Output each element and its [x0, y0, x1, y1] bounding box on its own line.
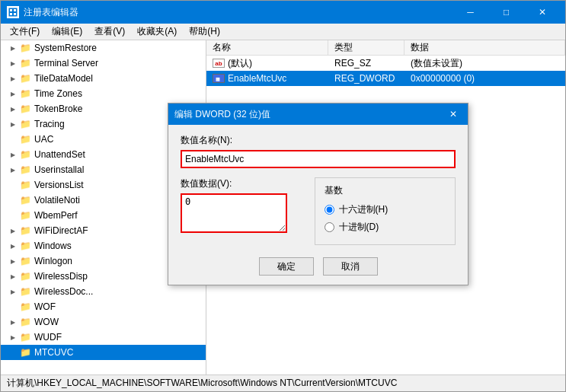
expand-arrow: ▶	[7, 118, 19, 130]
folder-icon: 📁	[19, 301, 31, 313]
folder-icon: 📁	[19, 42, 31, 54]
svg-rect-4	[14, 13, 16, 15]
value-name: EnableMtcUvc	[228, 73, 286, 84]
expand-arrow: ▶	[7, 316, 19, 328]
expand-arrow: ▶	[7, 148, 19, 161]
menu-help[interactable]: 帮助(H)	[183, 24, 226, 40]
expand-arrow: ▶	[7, 255, 19, 267]
tree-item-label: UAC	[34, 134, 53, 145]
cell-name-enablemtcuvc: ▦ EnableMtcUvc	[206, 71, 328, 86]
dialog-value-section: 数值数据(V): 0	[181, 177, 302, 233]
app-icon	[7, 6, 19, 18]
tree-item-label: WiFiDirectAF	[34, 225, 88, 236]
hex-radio-row: 十六进制(H)	[325, 203, 446, 216]
tree-item-label: UnattendSet	[34, 149, 85, 160]
tree-item-label: Tracing	[34, 119, 65, 129]
expand-arrow: ▶	[7, 270, 19, 282]
folder-icon: 📁	[19, 225, 31, 237]
status-bar: 计算机\HKEY_LOCAL_MACHINE\SOFTWARE\Microsof…	[1, 374, 565, 391]
tree-item-label: Winlogon	[34, 256, 72, 266]
title-bar: 注册表编辑器 ─ □ ✕	[1, 1, 565, 24]
close-button[interactable]: ✕	[525, 1, 559, 24]
dialog-close-button[interactable]: ✕	[445, 106, 462, 123]
tree-item-label: SystemRestore	[34, 43, 97, 53]
cell-name-default: ab (默认)	[206, 56, 328, 71]
dec-label: 十进制(D)	[339, 221, 379, 234]
expand-arrow: ▶	[7, 88, 19, 100]
menu-favorites[interactable]: 收藏夹(A)	[131, 24, 183, 40]
folder-icon: 📁	[19, 255, 31, 267]
tree-item-wirelessdoc[interactable]: ▶ 📁 WirelessDoc...	[1, 284, 206, 299]
folder-icon: 📁	[19, 285, 31, 298]
cancel-button[interactable]: 取消	[323, 257, 378, 276]
folder-icon: 📁	[19, 103, 31, 115]
content-row-enablemtcuvc[interactable]: ▦ EnableMtcUvc REG_DWORD 0x00000000 (0)	[206, 71, 565, 86]
tree-item-label: WUDF	[34, 332, 62, 343]
expand-arrow: ▶	[7, 225, 19, 237]
base-label: 基数	[325, 184, 446, 197]
dialog-title-bar: 编辑 DWORD (32 位)值 ✕	[168, 104, 468, 125]
reg-icon: ▦	[213, 74, 225, 83]
svg-rect-0	[8, 8, 18, 17]
dialog-title: 编辑 DWORD (32 位)值	[174, 108, 445, 121]
tree-item-label: Userinstallal	[34, 164, 84, 175]
tree-item-systemrestore[interactable]: ▶ 📁 SystemRestore	[1, 40, 206, 56]
dialog-base-section: 基数 十六进制(H) 十进制(D)	[315, 177, 456, 245]
expand-arrow: ▶	[7, 240, 19, 252]
tree-item-label: WirelessDisp	[34, 271, 88, 282]
dec-radio[interactable]	[325, 222, 334, 232]
folder-icon: 📁	[19, 331, 31, 343]
status-text: 计算机\HKEY_LOCAL_MACHINE\SOFTWARE\Microsof…	[7, 377, 397, 390]
menu-bar: 文件(F) 编辑(E) 查看(V) 收藏夹(A) 帮助(H)	[1, 24, 565, 40]
col-type-header: 类型	[328, 40, 405, 55]
tree-item-wudf[interactable]: ▶ 📁 WUDF	[1, 330, 206, 345]
folder-icon: 📁	[19, 240, 31, 252]
menu-edit[interactable]: 编辑(E)	[46, 24, 88, 40]
menu-view[interactable]: 查看(V)	[88, 24, 131, 40]
tree-item-label: WOF	[34, 301, 56, 312]
tree-item-label: Terminal Server	[34, 58, 98, 69]
data-input[interactable]: 0	[181, 193, 287, 233]
tree-item-label: VersionsList	[34, 180, 84, 190]
folder-icon: 📁	[19, 148, 31, 161]
tree-item-wow[interactable]: ▶ 📁 WOW	[1, 314, 206, 330]
folder-icon: 📁	[19, 270, 31, 282]
expand-arrow: ▶	[7, 331, 19, 343]
folder-icon: 📁	[19, 57, 31, 69]
folder-icon: 📁	[19, 316, 31, 328]
tree-item-label: Time Zones	[34, 88, 82, 99]
tree-item-label: WirelessDoc...	[34, 286, 93, 297]
dialog-data-row: 数值数据(V): 0 基数 十六进制(H) 十进制(D)	[181, 177, 456, 245]
menu-file[interactable]: 文件(F)	[4, 24, 46, 40]
value-name: (默认)	[228, 57, 252, 70]
window-controls: ─ □ ✕	[453, 1, 559, 24]
expand-arrow: ▶	[7, 42, 19, 54]
maximize-button[interactable]: □	[489, 1, 523, 24]
tree-item-wof[interactable]: ▶ 📁 WOF	[1, 299, 206, 314]
folder-icon: 📁	[19, 209, 31, 221]
svg-text:▦: ▦	[216, 77, 220, 81]
tree-item-label: VolatileNoti	[34, 195, 80, 206]
tree-item-terminalserver[interactable]: ▶ 📁 Terminal Server	[1, 56, 206, 71]
minimize-button[interactable]: ─	[453, 1, 488, 24]
dialog-buttons: 确定 取消	[181, 257, 456, 276]
col-data-header: 数据	[405, 40, 565, 55]
tree-item-tiledatamodel[interactable]: ▶ 📁 TileDataModel	[1, 71, 206, 86]
hex-radio[interactable]	[325, 205, 334, 215]
tree-item-timezones[interactable]: ▶ 📁 Time Zones	[1, 86, 206, 101]
content-row-default[interactable]: ab (默认) REG_SZ (数值未设置)	[206, 56, 565, 71]
expand-arrow: ▶	[7, 72, 19, 84]
dword-dialog: 编辑 DWORD (32 位)值 ✕ 数值名称(N): 数值数据(V): 0 基…	[168, 103, 468, 285]
col-name-header: 名称	[206, 40, 328, 55]
ok-button[interactable]: 确定	[259, 257, 314, 276]
content-header: 名称 类型 数据	[206, 40, 565, 56]
folder-icon: 📁	[19, 179, 31, 191]
window-title: 注册表编辑器	[24, 6, 453, 19]
folder-icon: 📁	[19, 133, 31, 145]
name-input[interactable]	[181, 150, 456, 168]
tree-item-mtcuvc[interactable]: ▶ 📁 MTCUVC	[1, 345, 206, 360]
tree-item-label: WOW	[34, 317, 59, 327]
expand-arrow: ▶	[7, 57, 19, 69]
tree-item-label: TileDataModel	[34, 73, 93, 84]
cell-data-enablemtcuvc: 0x00000000 (0)	[405, 71, 565, 86]
